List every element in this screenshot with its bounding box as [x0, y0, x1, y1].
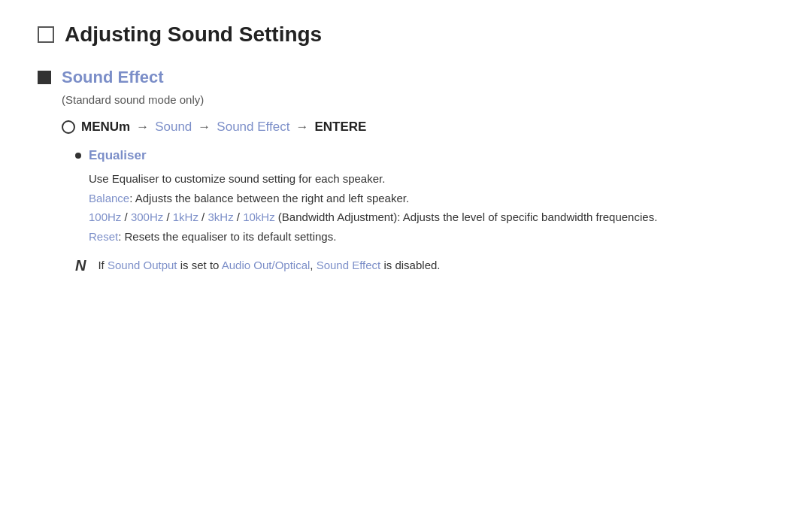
reset-text: : Resets the equaliser to its default se…	[118, 230, 336, 243]
balance-label: Balance	[89, 192, 129, 204]
sep4: /	[234, 210, 244, 223]
menu-end-label: ENTERE	[314, 120, 366, 135]
sep2: /	[163, 210, 173, 223]
sep1: /	[121, 210, 131, 223]
freq-10khz: 10kHz	[243, 210, 275, 223]
reset-label: Reset	[89, 230, 118, 243]
menu-start-label: MENUm	[81, 120, 130, 135]
menu-link-sound-effect: Sound Effect	[217, 120, 289, 135]
freq-1khz: 1kHz	[173, 210, 198, 223]
note-suffix: is disabled.	[380, 259, 440, 271]
bullet-body: Use Equaliser to customize sound setting…	[89, 169, 774, 246]
page-container: Adjusting Sound Settings Sound Effect (S…	[0, 0, 812, 297]
checkbox-icon	[38, 26, 54, 43]
note-link-sound-effect: Sound Effect	[317, 259, 381, 271]
note-text: If Sound Output is set to Audio Out/Opti…	[98, 256, 440, 274]
note-comma: ,	[310, 259, 313, 271]
note-letter: N	[75, 257, 86, 274]
freq-3khz: 3kHz	[208, 210, 233, 223]
filled-square-icon	[38, 71, 51, 84]
balance-text: : Adjusts the balance between the right …	[129, 192, 409, 204]
section-title: Sound Effect	[62, 68, 164, 87]
sep3: /	[198, 210, 208, 223]
menu-link-sound: Sound	[155, 120, 192, 135]
note-link-audio-out: Audio Out/Optical	[222, 259, 311, 271]
freq-desc: (Bandwidth Adjustment): Adjusts the leve…	[278, 210, 657, 223]
note-row: N If Sound Output is set to Audio Out/Op…	[75, 256, 774, 274]
bullet-dot-icon	[75, 153, 81, 159]
subtitle: (Standard sound mode only)	[62, 93, 774, 106]
note-prefix: If	[98, 259, 108, 271]
menu-path-row: MENUm → Sound → Sound Effect → ENTERE	[62, 120, 774, 135]
page-title: Adjusting Sound Settings	[65, 23, 322, 47]
bullet-section: Equaliser Use Equaliser to customize sou…	[75, 148, 774, 246]
note-link-sound-output: Sound Output	[108, 259, 177, 271]
balance-line: Balance: Adjusts the balance between the…	[89, 189, 774, 208]
freq-300hz: 300Hz	[131, 210, 163, 223]
bullet-title-row: Equaliser	[75, 148, 774, 163]
freq-line: 100Hz / 300Hz / 1kHz / 3kHz / 10kHz (Ban…	[89, 207, 774, 227]
arrow-2: →	[198, 120, 211, 135]
circle-icon	[62, 120, 75, 134]
arrow-3: →	[295, 120, 308, 135]
bullet-title: Equaliser	[89, 148, 147, 163]
page-title-row: Adjusting Sound Settings	[38, 23, 774, 47]
section-row: Sound Effect	[38, 68, 774, 87]
note-middle: is set to	[177, 259, 222, 271]
arrow-1: →	[136, 120, 149, 135]
reset-line: Reset: Resets the equaliser to its defau…	[89, 227, 774, 247]
freq-100hz: 100Hz	[89, 210, 121, 223]
equaliser-description: Use Equaliser to customize sound setting…	[89, 169, 774, 189]
